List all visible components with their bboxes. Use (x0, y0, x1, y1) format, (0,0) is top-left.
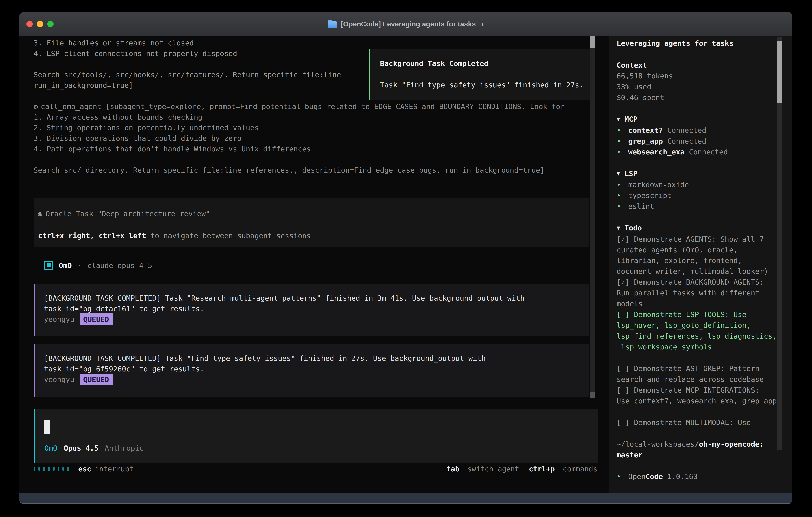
ctrlp-key-hint: ctrl+p (529, 465, 555, 473)
mcp-heading[interactable]: ▼MCP (617, 114, 780, 125)
zoom-button[interactable] (47, 21, 54, 27)
todo-line: [ ] Demonstrate MULTIMODAL: Use (617, 417, 780, 428)
toast-title: Background Task Completed (380, 58, 591, 69)
todo-line: [✓] Demonstrate AGENTS: Show all 7 (617, 234, 780, 245)
task-message-line: [BACKGROUND TASK COMPLETED] Task "Resear… (44, 293, 589, 303)
chat-scrollbar-thumb-secondary[interactable] (590, 392, 595, 398)
input-meta: OmO Opus 4.5 Anthropic (45, 443, 144, 454)
chevron-down-icon: ▼ (617, 222, 620, 233)
text-cursor (45, 420, 50, 434)
chat-line: 2. String operations on potentially unde… (34, 123, 564, 133)
bullet-icon: • (617, 136, 628, 146)
todo-line: Use context7, websearch_exa, grep_app (617, 396, 780, 406)
mcp-item: •websearch_exaConnected (617, 146, 780, 157)
status-bar: esc interrupt tab switch agent ctrl+p co… (34, 463, 598, 474)
task-user: yeongyu (44, 374, 74, 385)
task-message-line: task_id="bg_6f59260c" to get results. (44, 364, 589, 374)
background-task-message: [BACKGROUND TASK COMPLETED] Task "Find t… (34, 344, 589, 397)
task-user: yeongyu (44, 314, 74, 325)
titlebar: [OpenCode] Leveraging agents for tasks ◑ (19, 12, 792, 36)
todo-list: [✓] Demonstrate AGENTS: Show all 7curate… (617, 234, 780, 428)
tool-call-header: ⚙call_omo_agent [subagent_type=explore, … (34, 101, 564, 112)
app-window: [OpenCode] Leveraging agents for tasks ◑… (19, 12, 792, 504)
chevron-down-icon: ▼ (617, 168, 620, 179)
status-badge: QUEUED (80, 314, 113, 325)
folder-icon (328, 21, 337, 28)
workspace-path: ~/local-workspaces/oh-my-opencode: maste… (617, 439, 780, 460)
sidebar-scrollbar[interactable] (777, 37, 782, 450)
chevron-down-icon: ▼ (617, 113, 620, 124)
spinner-dot-icon (58, 467, 59, 471)
git-branch: master (617, 450, 780, 460)
chat-line: 4. Path operations that don't handle Win… (34, 143, 564, 154)
chat-scrollbar[interactable] (590, 36, 595, 398)
status-badge: QUEUED (80, 374, 113, 385)
agent-model: claude-opus-4-5 (87, 262, 152, 270)
chat-line: 1. Array access without bounds checking (34, 112, 564, 123)
window-title-text: [OpenCode] Leveraging agents for tasks (341, 20, 476, 28)
close-button[interactable] (26, 21, 33, 27)
chat-line: 3. File handles or streams not closed (34, 37, 564, 48)
chat-line (34, 154, 564, 165)
spinner-dot-icon (53, 467, 55, 471)
spinner-dot-icon (43, 467, 45, 471)
task-message-line: [BACKGROUND TASK COMPLETED] Task "Find t… (44, 353, 589, 364)
oracle-task-title: ◉Oracle Task "Deep architecture review" (38, 208, 589, 219)
window-title: [OpenCode] Leveraging agents for tasks ◑ (328, 20, 484, 28)
todo-line: search and replace across codebase (617, 374, 780, 385)
todo-line: lsp_hover, lsp_goto_definition, (617, 320, 780, 331)
minimize-button[interactable] (37, 21, 43, 27)
input-model: Opus 4.5 (64, 443, 98, 454)
todo-item: [ ] Demonstrate LSP TOOLS: Uselsp_hover,… (617, 309, 780, 352)
esc-key-label: interrupt (95, 465, 134, 473)
bullet-icon: • (617, 190, 628, 201)
todo-line: [ ] Demonstrate LSP TOOLS: Use (617, 309, 780, 320)
bullet-icon: • (617, 471, 628, 482)
todo-item: [ ] Demonstrate MULTIMODAL: Use (617, 417, 780, 428)
todo-line: models (617, 298, 780, 309)
bullet-icon: • (617, 146, 628, 157)
lsp-heading[interactable]: ▼LSP (617, 168, 780, 179)
background-task-toast: Background Task Completed Task "Find typ… (369, 49, 592, 100)
todo-line: [ ] Demonstrate AST-GREP: Pattern (617, 363, 780, 374)
prompt-input[interactable]: OmO Opus 4.5 Anthropic (34, 409, 599, 463)
window-footer (19, 493, 792, 504)
sidebar-scrollbar-thumb[interactable] (777, 41, 782, 103)
spinner-dot-icon (48, 467, 50, 471)
ctrlp-key-label: commands (563, 465, 598, 473)
lsp-item: •typescript (617, 190, 780, 201)
bullet-icon: • (617, 125, 628, 136)
todo-heading[interactable]: ▼Todo (617, 222, 780, 234)
separator-dot: · (77, 262, 82, 270)
todo-item: [✓] Demonstrate BACKGROUND AGENTS:Run pa… (617, 277, 780, 309)
mcp-item: •context7Connected (617, 125, 780, 136)
context-spent: $0.46 spent (617, 92, 780, 103)
context-used: 33% used (617, 81, 780, 92)
status-right: tab switch agent ctrl+p commands (446, 465, 598, 473)
todo-item: [ ] Demonstrate MCP INTEGRATIONS:Use con… (617, 385, 780, 406)
esc-key-hint: esc (78, 465, 91, 473)
spinner-dot-icon (38, 467, 40, 471)
oracle-task-hint: ctrl+x right, ctrl+x left to navigate be… (38, 230, 589, 241)
context-heading: Context (617, 60, 780, 71)
session-title: Leveraging agents for tasks (617, 38, 780, 49)
todo-item: [ ] Demonstrate AST-GREP: Patternsearch … (617, 363, 780, 385)
spinner-dot-icon (62, 467, 64, 471)
omo-agent-icon (45, 261, 53, 270)
agent-header: OmO · claude-opus-4-5 (45, 259, 152, 272)
shortcut-keys: ctrl+x right, ctrl+x left (38, 232, 146, 240)
fisheye-icon: ◉ (38, 210, 42, 218)
toast-body: Task "Find type safety issues" finished … (380, 80, 591, 90)
chat-area: 3. File handles or streams not closed4. … (19, 36, 609, 493)
progress-circle-icon: ◑ (480, 20, 484, 28)
oracle-task-box: ◉Oracle Task "Deep architecture review" … (34, 198, 589, 247)
tab-key-label: switch agent (467, 465, 519, 473)
todo-item: [✓] Demonstrate AGENTS: Show all 7curate… (617, 234, 780, 277)
traffic-lights (26, 12, 54, 36)
chat-scrollbar-thumb[interactable] (590, 36, 595, 48)
chat-line: Search src/ directory. Return specific f… (34, 165, 564, 175)
todo-section: ▼Todo [✓] Demonstrate AGENTS: Show all 7… (617, 222, 780, 428)
lsp-item: •markdown-oxide (617, 179, 780, 190)
spinner-dot-icon (67, 467, 69, 471)
todo-line: lsp_workspace_symbols (617, 342, 780, 352)
